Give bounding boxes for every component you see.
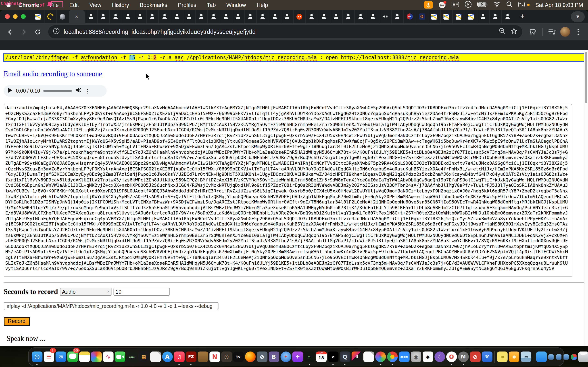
dock-opera-icon[interactable]: O [446, 349, 457, 365]
dock-finder-icon[interactable]: ☺ [31, 349, 43, 365]
dock-facetime-icon[interactable] [114, 349, 126, 365]
tab-chart[interactable] [452, 10, 465, 23]
tab-person[interactable] [330, 10, 342, 23]
tab-person[interactable] [305, 10, 318, 23]
dock-minimized-window-1-icon[interactable] [548, 349, 554, 365]
tab-chart[interactable] [440, 10, 452, 23]
afplay-command-input[interactable] [4, 302, 218, 310]
dock-terminal-3-icon[interactable]: > [328, 349, 339, 365]
dock-inkscape-icon[interactable]: ◆ [422, 349, 433, 365]
omnibox[interactable]: localhost:8888/recording_ideas.php?hgfjg… [48, 25, 522, 38]
dock-bbedit-icon[interactable]: B [268, 349, 279, 365]
email-recording-link[interactable]: Email audio recording to someone [4, 70, 102, 78]
dock-builder-app-icon[interactable]: ⚒ [481, 349, 493, 365]
page-scrollbar-thumb[interactable] [585, 52, 587, 103]
record-button[interactable]: Record [4, 317, 30, 326]
dock-news-icon[interactable]: N [209, 349, 220, 365]
tab-person[interactable] [391, 10, 403, 23]
menu-clock[interactable]: Sat Apr 18 9:03 PM [535, 2, 583, 8]
tab-person[interactable] [256, 10, 268, 23]
menu-item-history[interactable]: History [112, 2, 129, 8]
ffmpeg-command-input[interactable]: /usr/local/bin/ffmpeg -f avfoundation -t… [4, 54, 584, 62]
menu-item-tab[interactable]: Tab [207, 2, 216, 8]
play-circle-icon[interactable] [465, 1, 472, 9]
tab-active[interactable]: × [68, 10, 85, 23]
tab-person[interactable] [219, 10, 232, 23]
tab-person[interactable] [158, 10, 171, 23]
tab-search-chevron-button[interactable]: ▼ [571, 11, 585, 22]
wifi-icon[interactable] [493, 2, 501, 8]
site-info-icon[interactable] [53, 28, 60, 36]
player-kebab-menu[interactable]: ⋮ [85, 88, 90, 94]
dock-trash-icon[interactable] [578, 349, 588, 365]
dock-appletv-icon[interactable]: tv [233, 349, 244, 365]
dock-reminders-icon[interactable]: ☰3 [43, 349, 54, 365]
close-window-button[interactable] [5, 14, 9, 19]
dock-libreoffice-icon[interactable] [363, 349, 374, 365]
dock-screenshot-icon[interactable]: ▭ [520, 349, 532, 365]
dock-screen-prohibited-icon[interactable]: ⊘ [256, 349, 268, 365]
menu-item-chrome[interactable]: Chrome [18, 2, 39, 8]
dock-notes-icon[interactable] [79, 349, 90, 365]
tab-person[interactable] [268, 10, 281, 23]
dock-quicktime-icon[interactable]: Q [339, 349, 351, 365]
dock-launchpad-icon[interactable] [91, 349, 102, 365]
base64-audio-textarea[interactable]: data:audio/mp4;base64,AAAAHGZ0eXBNNEEgAA… [4, 104, 572, 276]
dock-messages-icon[interactable]: 208 [67, 349, 78, 365]
dock-lightbulb-icon[interactable]: ● [509, 349, 520, 365]
tab-orangeo[interactable]: O [415, 10, 428, 23]
tab-person[interactable] [134, 10, 146, 23]
menu-item-view[interactable]: View [89, 2, 101, 8]
tab-person[interactable] [477, 10, 489, 23]
url-text[interactable]: localhost:8888/recording_ideas.php?hgfjg… [64, 29, 495, 35]
dock-filezilla-icon[interactable]: FZ [185, 349, 197, 365]
dock-intellij-icon[interactable]: IJ [351, 349, 362, 365]
reload-button[interactable] [32, 26, 43, 38]
tab-person[interactable] [146, 10, 158, 23]
tab-person[interactable] [318, 10, 330, 23]
tab-person[interactable] [232, 10, 244, 23]
page-scrollbar[interactable] [584, 50, 588, 346]
tab-cyellow[interactable] [44, 10, 56, 23]
tab-chart[interactable] [428, 10, 440, 23]
tab-person[interactable] [489, 10, 501, 23]
tab-person[interactable] [121, 10, 134, 23]
menu-item-help[interactable]: Help [257, 2, 268, 8]
tab-person[interactable] [281, 10, 293, 23]
dock-stickies-icon[interactable]: ≈ [497, 349, 508, 365]
tab-afl[interactable]: AFL [403, 10, 415, 23]
dock-music-icon[interactable]: ♫ [173, 349, 185, 365]
seconds-input[interactable] [113, 288, 170, 296]
dock-minimized-chrome-icon[interactable] [570, 349, 577, 365]
dock-textedit-icon[interactable] [150, 349, 161, 365]
player-seek-bar[interactable] [43, 90, 72, 92]
menu-item-profiles[interactable]: Profiles [178, 2, 196, 8]
battery-charging-icon[interactable] [477, 2, 488, 8]
tab-person[interactable] [85, 10, 97, 23]
back-button[interactable] [4, 26, 16, 38]
tab-person[interactable] [501, 10, 513, 23]
tab-person[interactable] [97, 10, 109, 23]
bookmark-star-icon[interactable] [510, 27, 517, 36]
media-controls-icon[interactable] [546, 26, 558, 38]
mic-in-use-icon[interactable] [424, 1, 433, 8]
tab-person[interactable] [354, 10, 366, 23]
dock-mamp-icon[interactable]: M [458, 349, 469, 365]
new-tab-button[interactable]: + [518, 12, 527, 21]
dock-gimp-icon[interactable]: ☉ [221, 349, 232, 365]
dock-calculator-icon[interactable]: ▦ [138, 349, 149, 365]
dock-minimized-window-3-icon[interactable] [563, 349, 570, 365]
tab-person[interactable] [342, 10, 354, 23]
menu-item-edit[interactable]: Edit [69, 2, 79, 8]
tab-person[interactable] [171, 10, 183, 23]
control-center-icon[interactable] [518, 1, 525, 8]
spotlight-search-icon[interactable] [506, 1, 512, 8]
dock-mail-icon[interactable]: ✉ [55, 349, 66, 365]
menu-item-bookmarks[interactable]: Bookmarks [140, 2, 167, 8]
extensions-puzzle-icon[interactable] [527, 26, 539, 38]
apple-menu-icon[interactable] [6, 1, 11, 8]
chrome-menu-kebab-icon[interactable] [572, 26, 584, 38]
dock-no-entry-app-icon[interactable]: ⊘ [470, 349, 481, 365]
keyboard-switcher-icon[interactable] [452, 1, 459, 8]
minimize-window-button[interactable] [13, 14, 17, 19]
